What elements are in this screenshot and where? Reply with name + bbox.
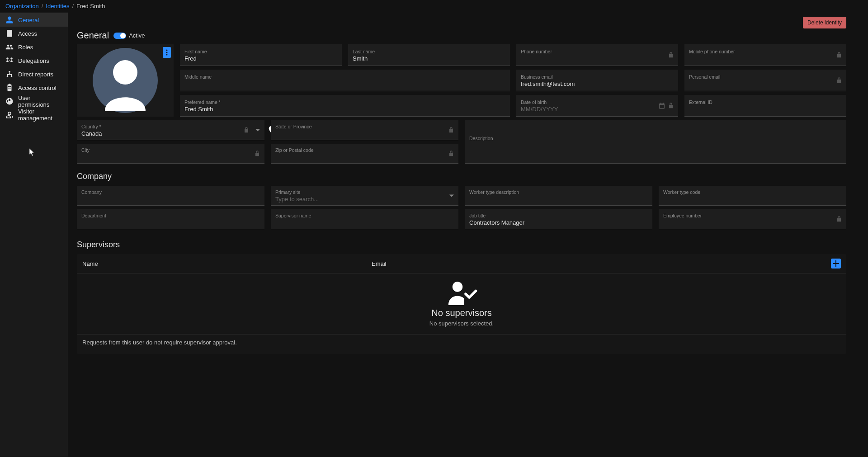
last-name-field[interactable]: Last name Smith <box>348 44 510 66</box>
sidebar-item-delegations[interactable]: Delegations <box>0 54 68 67</box>
lock-icon <box>667 52 675 59</box>
delete-identity-button[interactable]: Delete identity <box>803 17 846 28</box>
primary-site-field[interactable]: Primary site Type to search... <box>271 186 458 206</box>
chevron-down-icon[interactable] <box>449 194 454 197</box>
dob-field[interactable]: Date of birth MM/DD/YYYY <box>516 95 678 117</box>
city-field[interactable]: City <box>77 144 264 164</box>
job-title-field[interactable]: Job title Contractors Manager <box>465 209 652 229</box>
phone-field[interactable]: Phone number <box>516 44 678 66</box>
sidebar-item-access-control[interactable]: Access control <box>0 81 68 94</box>
active-toggle[interactable]: Active <box>113 32 145 39</box>
section-title-general: General <box>77 30 109 41</box>
lock-icon <box>835 216 843 223</box>
supervisor-name-field[interactable]: Supervisor name <box>271 209 458 229</box>
sidebar-item-label: General <box>18 17 39 24</box>
middle-name-field[interactable]: Middle name <box>180 70 510 91</box>
sidebar: General Access Roles Delegations Direct … <box>0 12 68 457</box>
department-field[interactable]: Department <box>77 209 264 229</box>
breadcrumb: Organization / Identities / Fred Smith <box>0 0 868 12</box>
supervisors-empty-title: No supervisors <box>431 308 491 318</box>
svg-point-10 <box>113 60 137 85</box>
globe-icon <box>5 97 14 105</box>
badge-icon <box>5 29 14 38</box>
group-icon <box>5 43 14 51</box>
external-id-field[interactable]: External ID <box>684 95 846 117</box>
state-field[interactable]: State or Province <box>271 120 458 140</box>
section-title-supervisors: Supervisors <box>77 240 846 250</box>
supervisors-table: Name Email No supervisors No supervisors… <box>77 254 846 354</box>
person-check-icon <box>446 281 477 305</box>
active-toggle-label: Active <box>129 32 145 39</box>
sidebar-item-label: Access control <box>18 85 57 91</box>
preferred-name-field[interactable]: Preferred name * Fred Smith <box>180 95 510 117</box>
section-title-company: Company <box>77 172 846 181</box>
sidebar-item-direct-reports[interactable]: Direct reports <box>0 67 68 81</box>
zip-field[interactable]: Zip or Postal code <box>271 144 458 164</box>
sidebar-item-label: Roles <box>18 44 33 51</box>
country-field[interactable]: Country * Canada <box>77 120 264 140</box>
worker-type-desc-field[interactable]: Worker type description <box>465 186 652 206</box>
lock-icon <box>243 127 250 134</box>
hierarchy-icon <box>5 70 14 78</box>
lock-icon <box>835 52 843 59</box>
visitor-icon <box>5 111 14 119</box>
sidebar-item-visitor-management[interactable]: Visitor management <box>0 108 68 122</box>
person-icon <box>5 16 14 24</box>
lock-icon <box>448 127 455 134</box>
sidebar-item-label: Visitor management <box>18 108 62 122</box>
avatar-menu-button[interactable] <box>163 47 171 58</box>
mobile-phone-field[interactable]: Mobile phone number <box>684 44 846 66</box>
business-email-field[interactable]: Business email fred.smith@test.com <box>516 70 678 91</box>
lock-icon <box>835 77 843 84</box>
delegation-icon <box>5 57 14 65</box>
sidebar-item-label: User permissions <box>18 94 62 108</box>
company-field[interactable]: Company <box>77 186 264 206</box>
sidebar-item-general[interactable]: General <box>0 13 68 27</box>
calendar-icon[interactable] <box>658 102 665 109</box>
sidebar-item-user-permissions[interactable]: User permissions <box>0 94 68 108</box>
description-field[interactable]: Description <box>465 120 846 164</box>
supervisors-empty-subtitle: No supervisors selected. <box>429 320 494 327</box>
add-supervisor-button[interactable] <box>831 259 841 269</box>
personal-email-field[interactable]: Personal email <box>684 70 846 91</box>
first-name-field[interactable]: First name Fred <box>180 44 342 66</box>
sidebar-item-roles[interactable]: Roles <box>0 40 68 54</box>
column-header-name: Name <box>82 260 372 267</box>
breadcrumb-organization[interactable]: Organization <box>5 3 39 9</box>
column-header-email: Email <box>372 260 831 267</box>
clipboard-icon <box>5 84 14 92</box>
employee-number-field[interactable]: Employee number <box>659 209 846 229</box>
sidebar-item-access[interactable]: Access <box>0 27 68 40</box>
avatar-placeholder-icon <box>91 47 159 114</box>
sidebar-item-label: Access <box>18 30 37 37</box>
lock-icon <box>254 150 261 157</box>
svg-point-11 <box>453 282 463 292</box>
breadcrumb-current: Fred Smith <box>76 3 105 9</box>
lock-icon <box>667 102 675 109</box>
worker-type-code-field[interactable]: Worker type code <box>659 186 846 206</box>
content: Delete identity General Active <box>68 12 868 457</box>
sidebar-item-label: Delegations <box>18 57 49 64</box>
supervisors-footer-note: Requests from this user do not require s… <box>77 334 846 350</box>
lock-icon <box>448 150 455 157</box>
chevron-down-icon[interactable] <box>255 129 260 131</box>
avatar <box>77 44 174 117</box>
sidebar-item-label: Direct reports <box>18 71 53 78</box>
breadcrumb-identities[interactable]: Identities <box>46 3 69 9</box>
